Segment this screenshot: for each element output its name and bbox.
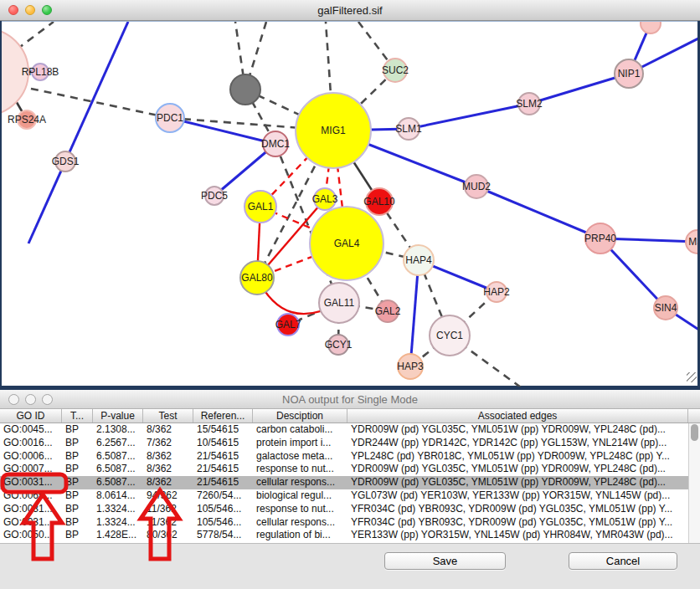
node-label: GAL80 (241, 272, 273, 284)
cancel-button[interactable]: Cancel (569, 552, 677, 570)
table-cell[interactable]: YFR034C (pd) YBR093C, YDR009W (pd) YGL03… (347, 503, 688, 516)
table-cell[interactable]: 8.0614... (93, 489, 143, 503)
table-cell[interactable]: 6.5087... (93, 463, 143, 476)
table-cell[interactable]: biological regul... (253, 489, 347, 503)
table-cell[interactable]: GO:0065... (0, 489, 62, 503)
table-cell[interactable]: 8/362 (143, 463, 193, 476)
table-row[interactable]: GO:0065...BP8.0614...94/3627260/54...bio… (0, 489, 700, 503)
table-cell[interactable]: 2.1308... (93, 423, 143, 437)
table-cell[interactable]: YER133W (pp) YOR315W, YNL145W (pd) YHR08… (347, 529, 688, 542)
table-cell[interactable]: GO:0031... (0, 476, 62, 489)
table-cell[interactable]: 7260/54... (193, 489, 253, 503)
table-row[interactable]: GO:0031...BP6.5087...8/36221/54615cellul… (0, 476, 700, 489)
table-cell[interactable]: 6.2567... (93, 437, 143, 450)
table-cell[interactable]: BP (62, 503, 93, 516)
vertical-scrollbar[interactable] (688, 423, 700, 543)
table-cell[interactable]: carbon cataboli... (253, 423, 347, 437)
table-cell[interactable]: 94/362 (143, 489, 193, 503)
save-button[interactable]: Save (384, 552, 506, 570)
table-cell[interactable]: response to nut... (253, 503, 347, 516)
node-toppink[interactable] (641, 22, 661, 33)
edge[interactable] (529, 74, 629, 104)
table-cell[interactable]: 6.5087... (93, 476, 143, 489)
table-cell[interactable]: GO:0016... (0, 437, 62, 450)
resize-grip-icon[interactable] (687, 372, 697, 382)
column-header-1[interactable]: T... (62, 409, 93, 423)
table-cell[interactable]: 8/362 (143, 450, 193, 464)
table-cell[interactable]: 6.5087... (93, 450, 143, 464)
table-cell[interactable]: 21/54615 (193, 463, 253, 476)
network-window-titlebar[interactable]: galFiltered.sif (0, 0, 700, 21)
column-header-5[interactable]: Desciption (253, 409, 347, 423)
table-cell[interactable]: response to nut... (253, 463, 347, 476)
table-cell[interactable]: 1.3324... (93, 516, 143, 530)
table-cell[interactable]: GO:0006... (0, 450, 62, 464)
table-row[interactable]: GO:0045...BP2.1308...8/36215/54615carbon… (0, 423, 700, 437)
table-cell[interactable]: 5778/54... (193, 529, 253, 542)
table-row[interactable]: GO:0006...BP6.5087...8/36221/54615galact… (0, 450, 700, 464)
network-canvas[interactable]: MIG1GAL4GAL11CYC1HAP4RPL18BRPS24AGDS1PDC… (2, 21, 697, 386)
table-cell[interactable]: BP (62, 489, 93, 503)
edge[interactable] (17, 22, 54, 49)
column-header-2[interactable]: P-value (93, 409, 143, 423)
table-cell[interactable]: protein import i... (253, 437, 347, 450)
column-header-0[interactable]: GO ID (0, 409, 62, 423)
scrollbar-thumb[interactable] (691, 424, 698, 441)
table-cell[interactable]: YDR009W (pd) YGL035C, YML051W (pp) YDR00… (347, 476, 688, 489)
table-row[interactable]: GO:0031...BP1.3324...11/362105/546...res… (0, 503, 700, 516)
table-cell[interactable]: YFR034C (pd) YBR093C, YDR009W (pd) YGL03… (347, 516, 688, 530)
table-cell[interactable]: 105/546... (193, 516, 253, 530)
table-cell[interactable]: 21/54615 (193, 450, 253, 464)
table-cell[interactable]: GO:0031... (0, 503, 62, 516)
table-cell[interactable]: GO:0050... (0, 529, 62, 542)
table-cell[interactable]: BP (62, 516, 93, 530)
table-cell[interactable]: 105/546... (193, 503, 253, 516)
table-cell[interactable]: 1.3324... (93, 503, 143, 516)
network-graph[interactable]: MIG1GAL4GAL11CYC1HAP4RPL18BRPS24AGDS1PDC… (2, 22, 697, 387)
table-cell[interactable]: YGL073W (pd) YER103W, YER133W (pp) YOR31… (347, 489, 688, 503)
edge[interactable] (28, 22, 128, 243)
column-header-4[interactable]: Referen... (193, 409, 253, 423)
table-cell[interactable]: YDR244W (pp) YDR142C, YDR142C (pp) YGL15… (347, 437, 688, 450)
table-cell[interactable]: cellular respons... (253, 476, 347, 489)
table-row[interactable]: GO:0031...BP1.3324...11/362105/546...cel… (0, 516, 700, 530)
table-cell[interactable]: YPL248C (pd) YBR018C, YML051W (pp) YDR00… (347, 450, 688, 464)
table-row[interactable]: GO:0007...BP6.5087...8/36221/54615respon… (0, 463, 700, 476)
node-gray[interactable] (230, 74, 260, 105)
table-cell[interactable]: 1.428E... (93, 529, 143, 542)
column-header-3[interactable]: Test (143, 409, 193, 423)
table-cell[interactable]: YDR009W (pd) YGL035C, YML051W (pp) YDR00… (347, 423, 688, 437)
table-cell[interactable]: BP (62, 450, 93, 464)
table-row[interactable]: GO:0016...BP6.2567...7/36210/54615protei… (0, 437, 700, 450)
table-cell[interactable]: 11/362 (143, 503, 193, 516)
table-cell[interactable]: 80/362 (143, 529, 193, 542)
edge[interactable] (409, 104, 529, 129)
table-cell[interactable]: cellular respons... (253, 516, 347, 530)
table-cell[interactable]: BP (62, 529, 93, 542)
edge[interactable] (170, 118, 275, 144)
table-cell[interactable]: BP (62, 463, 93, 476)
table-cell[interactable]: BP (62, 476, 93, 489)
table-cell[interactable]: GO:0007... (0, 463, 62, 476)
noa-window-titlebar[interactable]: NOA output for Single Mode (0, 390, 700, 409)
table-cell[interactable]: BP (62, 437, 93, 450)
table-cell[interactable]: 8/362 (143, 423, 193, 437)
table-cell[interactable]: 21/54615 (193, 476, 253, 489)
table-cell[interactable]: 11/362 (143, 516, 193, 530)
table-cell[interactable]: YDR009W (pd) YGL035C, YML051W (pp) YDR00… (347, 463, 688, 476)
table-row[interactable]: GO:0050...BP1.428E...80/3625778/54...reg… (0, 529, 700, 542)
table-cell[interactable]: 8/362 (143, 476, 193, 489)
table-cell[interactable]: GO:0031... (0, 516, 62, 530)
column-header-6[interactable]: Associated edges (347, 409, 688, 423)
table-cell[interactable]: regulation of bi... (253, 529, 347, 542)
table-cell[interactable]: 7/362 (143, 437, 193, 450)
table-cell[interactable]: galactose meta... (253, 450, 347, 464)
table-cell[interactable]: 10/54615 (193, 437, 253, 450)
table-cell[interactable]: 15/54615 (193, 423, 253, 437)
node-label: MSI (688, 236, 697, 248)
table-cell[interactable]: BP (62, 423, 93, 437)
edge[interactable] (410, 260, 419, 366)
edge[interactable] (476, 187, 600, 238)
table-cell[interactable]: GO:0045... (0, 423, 62, 437)
node-label: MUD2 (462, 181, 491, 192)
